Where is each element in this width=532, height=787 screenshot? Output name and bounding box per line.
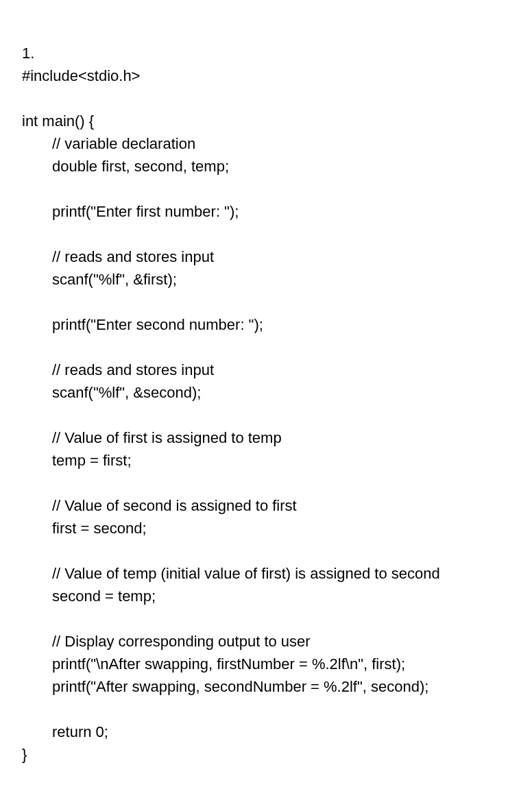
code-line — [22, 404, 510, 426]
code-line: first = second; — [22, 517, 510, 540]
code-line: int main() { — [22, 110, 510, 132]
code-line — [22, 472, 510, 494]
code-line: #include<stdio.h> — [22, 64, 510, 87]
code-line: // reads and stores input — [22, 359, 510, 381]
code-line: // variable declaration — [22, 132, 510, 155]
code-block: 1.#include<stdio.h>int main() {// variab… — [22, 19, 510, 766]
code-line — [22, 178, 510, 200]
code-line — [22, 87, 510, 110]
code-line — [22, 607, 510, 630]
code-line: } — [22, 743, 510, 766]
code-line: scanf("%lf", &second); — [22, 381, 510, 404]
code-line: temp = first; — [22, 449, 510, 472]
code-line: return 0; — [22, 721, 510, 743]
code-line: 1. — [22, 42, 510, 64]
code-line — [22, 540, 510, 562]
code-line — [22, 223, 510, 245]
code-line — [22, 336, 510, 359]
code-line: // Display corresponding output to user — [22, 630, 510, 653]
code-line: scanf("%lf", &first); — [22, 268, 510, 291]
code-line: double first, second, temp; — [22, 155, 510, 178]
code-line: second = temp; — [22, 585, 510, 607]
code-line: printf("Enter first number: "); — [22, 200, 510, 223]
code-line: // Value of second is assigned to first — [22, 494, 510, 517]
code-line: printf("Enter second number: "); — [22, 313, 510, 336]
code-line — [22, 698, 510, 721]
code-line: // reads and stores input — [22, 245, 510, 268]
code-line: printf("\nAfter swapping, firstNumber = … — [22, 653, 510, 675]
code-line — [22, 291, 510, 313]
code-line: // Value of temp (initial value of first… — [22, 562, 510, 585]
code-line: printf("After swapping, secondNumber = %… — [22, 675, 510, 698]
code-line: // Value of first is assigned to temp — [22, 426, 510, 449]
